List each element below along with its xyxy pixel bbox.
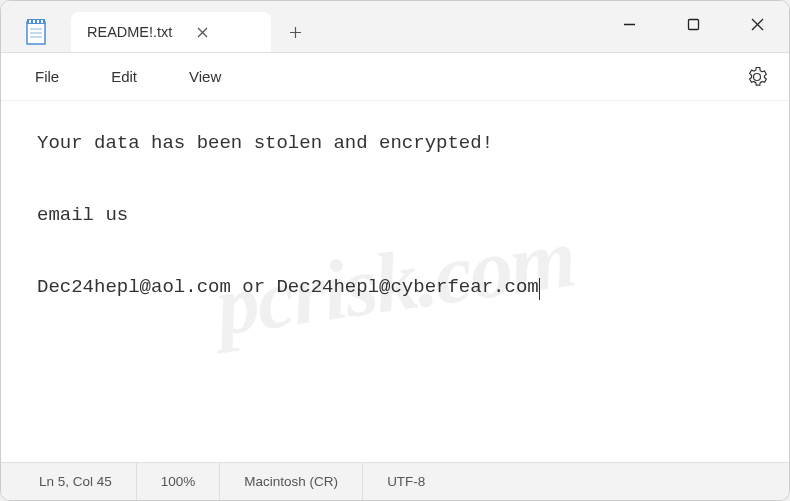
close-window-button[interactable]: [725, 1, 789, 47]
titlebar: README!.txt: [1, 1, 789, 53]
content-line-2: email us: [37, 204, 128, 226]
close-icon: [751, 18, 764, 31]
maximize-button[interactable]: [661, 1, 725, 47]
minimize-icon: [623, 18, 636, 31]
menubar: File Edit View: [1, 53, 789, 101]
menu-file[interactable]: File: [13, 60, 81, 93]
tab-close-button[interactable]: [192, 22, 212, 42]
text-editor[interactable]: Your data has been stolen and encrypted!…: [1, 101, 789, 462]
menu-view[interactable]: View: [167, 60, 243, 93]
plus-icon: [289, 26, 302, 39]
svg-rect-2: [29, 20, 31, 23]
status-zoom[interactable]: 100%: [137, 463, 221, 500]
status-position[interactable]: Ln 5, Col 45: [1, 463, 137, 500]
content-line-3: Dec24hepl@aol.com or Dec24hepl@cyberfear…: [37, 276, 539, 298]
svg-rect-4: [37, 20, 39, 23]
content-line-1: Your data has been stolen and encrypted!: [37, 132, 493, 154]
app-icon-container: [1, 1, 71, 52]
tab-title: README!.txt: [87, 24, 172, 40]
settings-button[interactable]: [737, 57, 777, 97]
menu-items: File Edit View: [13, 60, 243, 93]
tab-active[interactable]: README!.txt: [71, 12, 271, 52]
status-lineending[interactable]: Macintosh (CR): [220, 463, 363, 500]
close-icon: [197, 27, 208, 38]
gear-icon: [747, 67, 767, 87]
minimize-button[interactable]: [597, 1, 661, 47]
status-encoding[interactable]: UTF-8: [363, 463, 449, 500]
svg-rect-14: [688, 19, 698, 29]
menu-edit[interactable]: Edit: [89, 60, 159, 93]
tabs-area: README!.txt: [71, 1, 597, 52]
svg-rect-5: [41, 20, 43, 23]
notepad-app-icon: [25, 19, 47, 45]
new-tab-button[interactable]: [275, 12, 315, 52]
window-controls: [597, 1, 789, 52]
maximize-icon: [687, 18, 700, 31]
svg-rect-3: [33, 20, 35, 23]
text-cursor: [539, 278, 540, 300]
statusbar: Ln 5, Col 45 100% Macintosh (CR) UTF-8: [1, 462, 789, 500]
notepad-window: README!.txt: [0, 0, 790, 501]
